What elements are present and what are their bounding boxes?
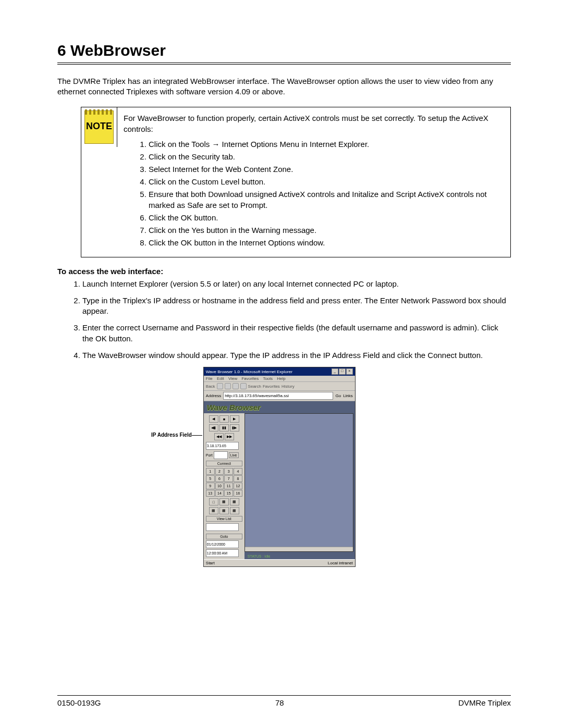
ie-addressbar: Address Go Links <box>204 391 355 401</box>
rewind-icon[interactable]: ◀◀ <box>214 433 224 440</box>
minimize-icon[interactable]: _ <box>332 368 338 375</box>
cam-button[interactable]: 4 <box>234 468 242 475</box>
menu-help[interactable]: Help <box>277 376 285 381</box>
note-lead: For WaveBrowser to function properly, ce… <box>124 113 504 134</box>
cam-button[interactable]: 3 <box>224 468 233 475</box>
layout-9-icon[interactable]: ▦ <box>230 498 239 505</box>
wave-control-panel: ◀ ■ ▶ ◀▮ ▮▮ ▮▶ ◀◀ ▶▶ Port <box>204 413 244 559</box>
ip-address-input[interactable] <box>206 442 239 450</box>
note-icon: NOTE <box>84 110 114 144</box>
port-label: Port <box>206 453 213 457</box>
cam-button[interactable]: 2 <box>215 468 224 475</box>
play-rev-icon[interactable]: ◀ <box>209 415 218 423</box>
back-button[interactable]: Back <box>206 384 215 389</box>
cam-button[interactable]: 5 <box>206 475 215 482</box>
video-viewer <box>244 413 353 552</box>
menu-tools[interactable]: Tools <box>263 376 273 381</box>
cam-button[interactable]: 15 <box>224 490 233 497</box>
cam-button[interactable]: 11 <box>224 483 233 489</box>
access-heading: To access the web interface: <box>57 267 511 276</box>
menu-view[interactable]: View <box>228 376 237 381</box>
note-steps: Click on the Tools → Internet Options Me… <box>124 139 504 248</box>
note-step: Click on the Custom Level button. <box>149 176 504 187</box>
date-input[interactable] <box>206 540 239 548</box>
connect-button[interactable]: Connect <box>206 461 242 466</box>
start-button[interactable]: Start <box>206 561 215 565</box>
cam-button[interactable]: 10 <box>215 483 224 489</box>
note-box: NOTE For WaveBrowser to function properl… <box>81 107 511 257</box>
status-text: STATUS : Idle <box>244 553 355 559</box>
cam-button[interactable]: 6 <box>215 475 224 482</box>
access-step: The WaveBrowser window should appear. Ty… <box>82 350 511 361</box>
home-icon[interactable] <box>240 383 247 389</box>
note-icon-label: NOTE <box>86 121 112 132</box>
note-step: Ensure that both Download unsigned Activ… <box>149 189 504 211</box>
pause-icon[interactable]: ▮▮ <box>219 424 229 431</box>
note-step: Click on the Security tab. <box>149 151 504 162</box>
address-input[interactable] <box>223 392 333 400</box>
menu-favorites[interactable]: Favorites <box>241 376 259 381</box>
forward-icon[interactable] <box>217 383 223 389</box>
search-button[interactable]: Search <box>248 384 261 389</box>
step-fwd-icon[interactable]: ▮▶ <box>230 424 239 431</box>
footer-doc-number: 0150-0193G <box>57 698 101 707</box>
ip-address-callout: IP Address Field <box>151 432 192 438</box>
footer-page-number: 78 <box>275 698 284 707</box>
step-rev-icon[interactable]: ◀▮ <box>209 424 218 431</box>
access-step: Enter the correct Username and Password … <box>82 323 511 344</box>
page: 6 WebBrowser The DVMRe Triplex has an in… <box>0 0 563 728</box>
time-input[interactable] <box>206 549 239 557</box>
stop-icon[interactable] <box>225 383 231 389</box>
refresh-icon[interactable] <box>232 383 239 389</box>
layout-a-icon[interactable]: ▦ <box>209 507 218 514</box>
wave-banner: Wave Browser <box>204 401 355 413</box>
cam-button[interactable]: 8 <box>234 475 242 482</box>
cam-button[interactable]: 12 <box>234 483 242 489</box>
go-button[interactable]: Go <box>335 393 341 398</box>
cam-button[interactable]: 1 <box>206 468 215 475</box>
ie-title: Wave Browser 1.0 - Microsoft Internet Ex… <box>206 369 292 374</box>
cam-button[interactable]: 14 <box>215 490 224 497</box>
note-step: Click on the Yes button in the Warning m… <box>149 225 504 236</box>
callout-line <box>192 435 202 436</box>
close-icon[interactable]: × <box>346 368 353 375</box>
view-list-input[interactable] <box>206 523 239 531</box>
layout-c-icon[interactable]: ▦ <box>230 507 239 514</box>
layout-1-icon[interactable]: □ <box>209 498 218 505</box>
cam-button[interactable]: 13 <box>206 490 215 497</box>
address-label: Address <box>206 393 221 398</box>
access-steps: Launch Internet Explorer (version 5.5 or… <box>57 279 511 361</box>
ie-titlebar: Wave Browser 1.0 - Microsoft Internet Ex… <box>204 367 355 376</box>
history-button[interactable]: History <box>282 384 295 389</box>
note-step: Click on the Tools → Internet Options Me… <box>149 139 504 150</box>
page-footer: 0150-0193G 78 DVMRe Triplex <box>57 695 511 707</box>
port-input[interactable] <box>214 451 228 459</box>
note-step: Click the OK button in the Internet Opti… <box>149 237 504 248</box>
links-label: Links <box>343 393 353 398</box>
access-step: Type in the Triplex's IP address or host… <box>82 295 511 317</box>
cam-button[interactable]: 16 <box>234 490 242 497</box>
favorites-button[interactable]: Favorites <box>263 384 280 389</box>
layout-b-icon[interactable]: ▦ <box>219 507 229 514</box>
chapter-heading: 6 WebBrowser <box>57 42 511 65</box>
menu-edit[interactable]: Edit <box>217 376 224 381</box>
menu-file[interactable]: File <box>206 376 213 381</box>
layout-4-icon[interactable]: ▦ <box>219 498 229 505</box>
play-fwd-icon[interactable]: ▶ <box>230 415 239 423</box>
cam-button[interactable]: 7 <box>224 475 233 482</box>
goto-button[interactable]: Goto <box>206 534 242 539</box>
note-step: Select Internet for the Web Content Zone… <box>149 164 504 175</box>
ie-menubar: File Edit View Favorites Tools Help <box>204 376 355 382</box>
access-step: Launch Internet Explorer (version 5.5 or… <box>82 279 511 289</box>
ie-toolbar: Back Search Favorites History <box>204 382 355 391</box>
scrollbar-h[interactable] <box>245 547 353 551</box>
cam-button[interactable]: 9 <box>206 483 215 489</box>
camera-grid: 1 2 3 4 5 6 7 8 9 10 11 12 13 14 <box>206 468 242 497</box>
footer-product: DVMRe Triplex <box>458 698 511 707</box>
view-list-button[interactable]: View List <box>206 516 242 522</box>
live-button[interactable]: Live <box>229 452 239 458</box>
stop-icon[interactable]: ■ <box>219 415 229 423</box>
ie-window: Wave Browser 1.0 - Microsoft Internet Ex… <box>203 367 356 567</box>
ffwd-icon[interactable]: ▶▶ <box>225 433 234 440</box>
maximize-icon[interactable]: □ <box>339 368 346 375</box>
